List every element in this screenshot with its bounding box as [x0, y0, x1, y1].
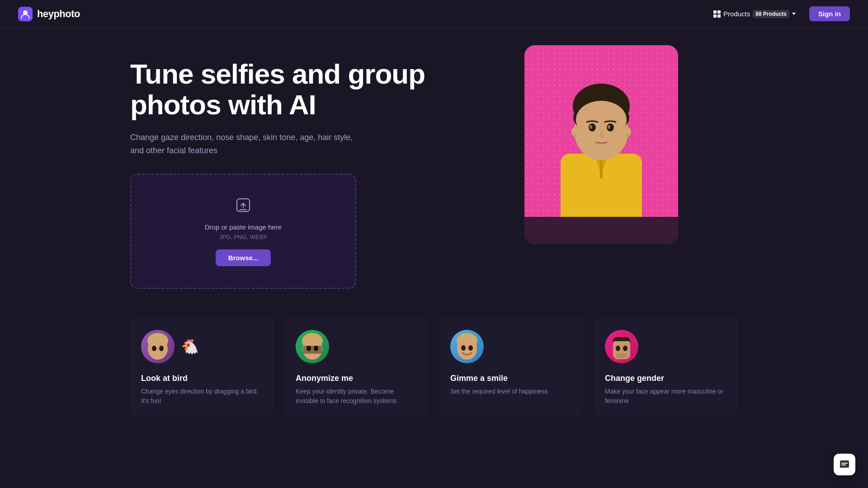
face-inner-4	[605, 330, 638, 363]
svg-rect-42	[841, 463, 848, 464]
feature-card-look-at-bird: 🐔 Look at bird Change eyes direction by …	[130, 316, 274, 417]
feature-title-4: Change gender	[605, 374, 727, 383]
photo-card-inner	[524, 45, 678, 217]
logo-text: heyphoto	[37, 8, 80, 20]
feature-title-1: Look at bird	[141, 374, 263, 383]
svg-point-18	[573, 134, 577, 137]
hero-title: Tune selfies and group photos with AI	[130, 59, 429, 120]
svg-rect-29	[303, 346, 322, 354]
svg-point-40	[616, 353, 627, 358]
nav-right: Products 88 Products Sign in	[709, 6, 850, 21]
products-button[interactable]: Products 88 Products	[709, 7, 800, 21]
svg-point-38	[616, 346, 620, 351]
upload-icon	[234, 196, 252, 214]
navbar: heyphoto Products 88 Products Sign in	[0, 0, 868, 28]
svg-point-32	[458, 337, 476, 353]
browse-button[interactable]: Browse...	[216, 249, 271, 266]
grid-icon	[713, 10, 721, 18]
feature-card-anonymize: Anonymize me Keep your identity private.…	[285, 316, 429, 417]
chevron-down-icon	[792, 13, 796, 15]
feature-desc-2: Keep your identity private. Become invis…	[296, 387, 418, 406]
feature-title-2: Anonymize me	[296, 374, 418, 383]
upload-main-text: Drop or paste image here	[149, 223, 337, 231]
svg-point-17	[626, 134, 629, 137]
svg-point-21	[148, 337, 167, 353]
chat-icon	[839, 459, 850, 470]
hero-area: Tune selfies and group photos with AI Ch…	[0, 0, 868, 289]
feature-desc-4: Make your face appear more masculine or …	[605, 387, 727, 406]
svg-point-33	[461, 345, 466, 351]
face-thumb-anonymize	[296, 330, 329, 363]
person-illustration	[547, 54, 656, 217]
face-inner-1	[141, 330, 175, 363]
face-inner-2	[296, 330, 329, 363]
face-inner-3	[450, 330, 484, 363]
face-thumb-look-at-bird	[141, 330, 175, 363]
hero-right	[465, 45, 738, 244]
face-thumb-smile	[450, 330, 484, 363]
main-section: Tune selfies and group photos with AI Ch…	[0, 0, 868, 435]
upload-dropzone[interactable]: Drop or paste image here JPG, PNG, WEBP …	[130, 174, 356, 289]
svg-point-14	[608, 125, 610, 129]
chat-button[interactable]	[834, 454, 855, 475]
bird-emoji: 🐔	[181, 338, 199, 355]
svg-point-13	[590, 125, 592, 129]
feature-title-3: Gimme a smile	[450, 374, 572, 383]
photo-person	[524, 45, 678, 217]
photo-overlay	[524, 217, 678, 244]
signin-button[interactable]: Sign in	[809, 6, 850, 21]
photo-card	[524, 45, 678, 244]
logo[interactable]: heyphoto	[18, 7, 80, 21]
products-label: Products	[723, 10, 750, 18]
svg-point-23	[159, 346, 164, 351]
face-thumb-gender	[605, 330, 638, 363]
svg-rect-43	[841, 465, 846, 465]
feature-desc-1: Change eyes direction by dragging a bird…	[141, 387, 263, 406]
hero-left: Tune selfies and group photos with AI Ch…	[130, 45, 429, 289]
svg-point-39	[623, 346, 627, 351]
feature-desc-3: Set the required level of happiness	[450, 387, 572, 396]
svg-point-22	[152, 346, 156, 351]
products-count: 88 Products	[753, 10, 789, 18]
features-section: 🐔 Look at bird Change eyes direction by …	[0, 289, 868, 435]
feature-card-images-3	[450, 328, 572, 365]
logo-icon	[18, 7, 33, 21]
feature-card-smile: Gimme a smile Set the required level of …	[439, 316, 583, 417]
feature-card-images-2	[296, 328, 418, 365]
feature-card-images-1: 🐔	[141, 328, 263, 365]
feature-card-gender: Change gender Make your face appear more…	[594, 316, 738, 417]
feature-card-images-4	[605, 328, 727, 365]
svg-point-34	[468, 345, 473, 351]
hero-subtitle: Change gaze direction, nose shape, skin …	[130, 131, 356, 157]
svg-rect-37	[613, 341, 630, 348]
upload-formats: JPG, PNG, WEBP	[149, 234, 337, 240]
